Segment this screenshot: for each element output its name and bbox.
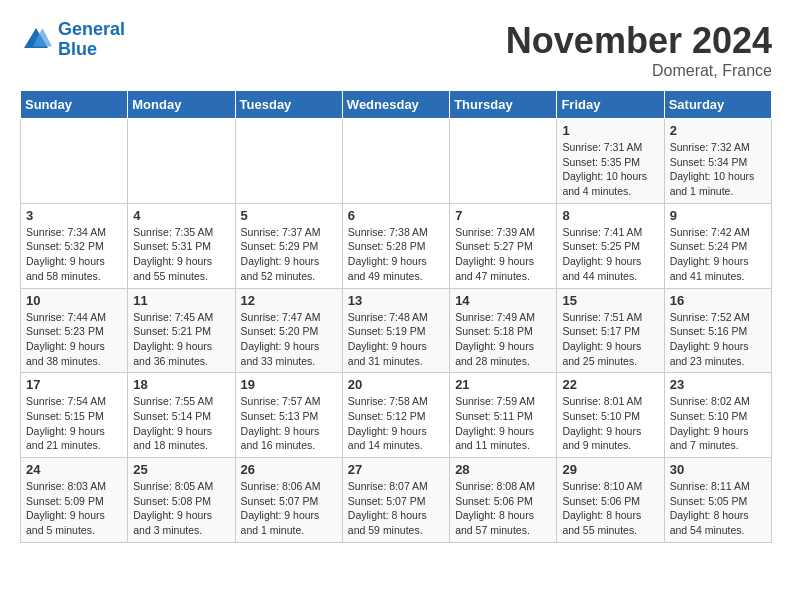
day-number: 24 bbox=[26, 462, 122, 477]
calendar-cell bbox=[450, 119, 557, 204]
calendar-cell: 21Sunrise: 7:59 AM Sunset: 5:11 PM Dayli… bbox=[450, 373, 557, 458]
month-title: November 2024 bbox=[506, 20, 772, 62]
calendar-cell: 20Sunrise: 7:58 AM Sunset: 5:12 PM Dayli… bbox=[342, 373, 449, 458]
day-info: Sunrise: 7:45 AM Sunset: 5:21 PM Dayligh… bbox=[133, 310, 229, 369]
day-number: 5 bbox=[241, 208, 337, 223]
day-number: 4 bbox=[133, 208, 229, 223]
day-info: Sunrise: 8:03 AM Sunset: 5:09 PM Dayligh… bbox=[26, 479, 122, 538]
calendar-cell: 18Sunrise: 7:55 AM Sunset: 5:14 PM Dayli… bbox=[128, 373, 235, 458]
calendar-cell: 22Sunrise: 8:01 AM Sunset: 5:10 PM Dayli… bbox=[557, 373, 664, 458]
calendar-cell: 24Sunrise: 8:03 AM Sunset: 5:09 PM Dayli… bbox=[21, 458, 128, 543]
logo-icon bbox=[20, 24, 52, 56]
calendar-cell: 15Sunrise: 7:51 AM Sunset: 5:17 PM Dayli… bbox=[557, 288, 664, 373]
calendar-cell: 23Sunrise: 8:02 AM Sunset: 5:10 PM Dayli… bbox=[664, 373, 771, 458]
calendar-cell: 1Sunrise: 7:31 AM Sunset: 5:35 PM Daylig… bbox=[557, 119, 664, 204]
day-info: Sunrise: 7:35 AM Sunset: 5:31 PM Dayligh… bbox=[133, 225, 229, 284]
calendar-cell: 10Sunrise: 7:44 AM Sunset: 5:23 PM Dayli… bbox=[21, 288, 128, 373]
day-info: Sunrise: 7:34 AM Sunset: 5:32 PM Dayligh… bbox=[26, 225, 122, 284]
day-number: 6 bbox=[348, 208, 444, 223]
weekday-header-sunday: Sunday bbox=[21, 91, 128, 119]
calendar-cell: 29Sunrise: 8:10 AM Sunset: 5:06 PM Dayli… bbox=[557, 458, 664, 543]
day-info: Sunrise: 7:59 AM Sunset: 5:11 PM Dayligh… bbox=[455, 394, 551, 453]
calendar-cell: 30Sunrise: 8:11 AM Sunset: 5:05 PM Dayli… bbox=[664, 458, 771, 543]
day-info: Sunrise: 8:07 AM Sunset: 5:07 PM Dayligh… bbox=[348, 479, 444, 538]
calendar-cell: 26Sunrise: 8:06 AM Sunset: 5:07 PM Dayli… bbox=[235, 458, 342, 543]
day-info: Sunrise: 8:01 AM Sunset: 5:10 PM Dayligh… bbox=[562, 394, 658, 453]
day-number: 26 bbox=[241, 462, 337, 477]
day-number: 7 bbox=[455, 208, 551, 223]
day-number: 20 bbox=[348, 377, 444, 392]
day-info: Sunrise: 8:08 AM Sunset: 5:06 PM Dayligh… bbox=[455, 479, 551, 538]
day-number: 19 bbox=[241, 377, 337, 392]
day-number: 10 bbox=[26, 293, 122, 308]
title-block: November 2024 Domerat, France bbox=[506, 20, 772, 80]
day-info: Sunrise: 8:10 AM Sunset: 5:06 PM Dayligh… bbox=[562, 479, 658, 538]
calendar-cell: 3Sunrise: 7:34 AM Sunset: 5:32 PM Daylig… bbox=[21, 203, 128, 288]
day-number: 23 bbox=[670, 377, 766, 392]
weekday-header-monday: Monday bbox=[128, 91, 235, 119]
calendar-cell: 8Sunrise: 7:41 AM Sunset: 5:25 PM Daylig… bbox=[557, 203, 664, 288]
logo-general: General bbox=[58, 19, 125, 39]
calendar-cell bbox=[235, 119, 342, 204]
day-info: Sunrise: 7:38 AM Sunset: 5:28 PM Dayligh… bbox=[348, 225, 444, 284]
calendar-cell: 25Sunrise: 8:05 AM Sunset: 5:08 PM Dayli… bbox=[128, 458, 235, 543]
location: Domerat, France bbox=[506, 62, 772, 80]
calendar-cell: 2Sunrise: 7:32 AM Sunset: 5:34 PM Daylig… bbox=[664, 119, 771, 204]
calendar-cell: 28Sunrise: 8:08 AM Sunset: 5:06 PM Dayli… bbox=[450, 458, 557, 543]
calendar-cell: 19Sunrise: 7:57 AM Sunset: 5:13 PM Dayli… bbox=[235, 373, 342, 458]
day-number: 17 bbox=[26, 377, 122, 392]
calendar-cell: 12Sunrise: 7:47 AM Sunset: 5:20 PM Dayli… bbox=[235, 288, 342, 373]
day-number: 9 bbox=[670, 208, 766, 223]
calendar-cell: 14Sunrise: 7:49 AM Sunset: 5:18 PM Dayli… bbox=[450, 288, 557, 373]
calendar-table: SundayMondayTuesdayWednesdayThursdayFrid… bbox=[20, 90, 772, 543]
day-number: 22 bbox=[562, 377, 658, 392]
day-info: Sunrise: 8:11 AM Sunset: 5:05 PM Dayligh… bbox=[670, 479, 766, 538]
day-number: 11 bbox=[133, 293, 229, 308]
logo-text: General Blue bbox=[58, 20, 125, 60]
calendar-cell: 17Sunrise: 7:54 AM Sunset: 5:15 PM Dayli… bbox=[21, 373, 128, 458]
day-info: Sunrise: 7:54 AM Sunset: 5:15 PM Dayligh… bbox=[26, 394, 122, 453]
day-number: 14 bbox=[455, 293, 551, 308]
day-info: Sunrise: 7:57 AM Sunset: 5:13 PM Dayligh… bbox=[241, 394, 337, 453]
day-info: Sunrise: 7:44 AM Sunset: 5:23 PM Dayligh… bbox=[26, 310, 122, 369]
weekday-header-thursday: Thursday bbox=[450, 91, 557, 119]
day-info: Sunrise: 8:02 AM Sunset: 5:10 PM Dayligh… bbox=[670, 394, 766, 453]
calendar-cell: 4Sunrise: 7:35 AM Sunset: 5:31 PM Daylig… bbox=[128, 203, 235, 288]
calendar-cell: 9Sunrise: 7:42 AM Sunset: 5:24 PM Daylig… bbox=[664, 203, 771, 288]
day-info: Sunrise: 7:31 AM Sunset: 5:35 PM Dayligh… bbox=[562, 140, 658, 199]
day-number: 21 bbox=[455, 377, 551, 392]
day-number: 12 bbox=[241, 293, 337, 308]
day-number: 1 bbox=[562, 123, 658, 138]
day-number: 15 bbox=[562, 293, 658, 308]
calendar-cell: 16Sunrise: 7:52 AM Sunset: 5:16 PM Dayli… bbox=[664, 288, 771, 373]
day-info: Sunrise: 7:48 AM Sunset: 5:19 PM Dayligh… bbox=[348, 310, 444, 369]
day-number: 3 bbox=[26, 208, 122, 223]
day-info: Sunrise: 7:52 AM Sunset: 5:16 PM Dayligh… bbox=[670, 310, 766, 369]
day-info: Sunrise: 7:41 AM Sunset: 5:25 PM Dayligh… bbox=[562, 225, 658, 284]
calendar-cell: 11Sunrise: 7:45 AM Sunset: 5:21 PM Dayli… bbox=[128, 288, 235, 373]
calendar-cell: 13Sunrise: 7:48 AM Sunset: 5:19 PM Dayli… bbox=[342, 288, 449, 373]
weekday-header-saturday: Saturday bbox=[664, 91, 771, 119]
calendar-cell: 27Sunrise: 8:07 AM Sunset: 5:07 PM Dayli… bbox=[342, 458, 449, 543]
day-info: Sunrise: 7:51 AM Sunset: 5:17 PM Dayligh… bbox=[562, 310, 658, 369]
day-number: 13 bbox=[348, 293, 444, 308]
calendar-cell bbox=[342, 119, 449, 204]
day-number: 27 bbox=[348, 462, 444, 477]
day-info: Sunrise: 7:47 AM Sunset: 5:20 PM Dayligh… bbox=[241, 310, 337, 369]
day-info: Sunrise: 8:06 AM Sunset: 5:07 PM Dayligh… bbox=[241, 479, 337, 538]
logo: General Blue bbox=[20, 20, 125, 60]
day-number: 2 bbox=[670, 123, 766, 138]
calendar-cell: 7Sunrise: 7:39 AM Sunset: 5:27 PM Daylig… bbox=[450, 203, 557, 288]
day-number: 29 bbox=[562, 462, 658, 477]
day-info: Sunrise: 7:55 AM Sunset: 5:14 PM Dayligh… bbox=[133, 394, 229, 453]
day-number: 16 bbox=[670, 293, 766, 308]
day-info: Sunrise: 7:39 AM Sunset: 5:27 PM Dayligh… bbox=[455, 225, 551, 284]
day-info: Sunrise: 7:42 AM Sunset: 5:24 PM Dayligh… bbox=[670, 225, 766, 284]
day-info: Sunrise: 7:37 AM Sunset: 5:29 PM Dayligh… bbox=[241, 225, 337, 284]
day-number: 25 bbox=[133, 462, 229, 477]
day-number: 28 bbox=[455, 462, 551, 477]
day-number: 8 bbox=[562, 208, 658, 223]
calendar-cell bbox=[21, 119, 128, 204]
day-number: 30 bbox=[670, 462, 766, 477]
calendar-cell: 5Sunrise: 7:37 AM Sunset: 5:29 PM Daylig… bbox=[235, 203, 342, 288]
